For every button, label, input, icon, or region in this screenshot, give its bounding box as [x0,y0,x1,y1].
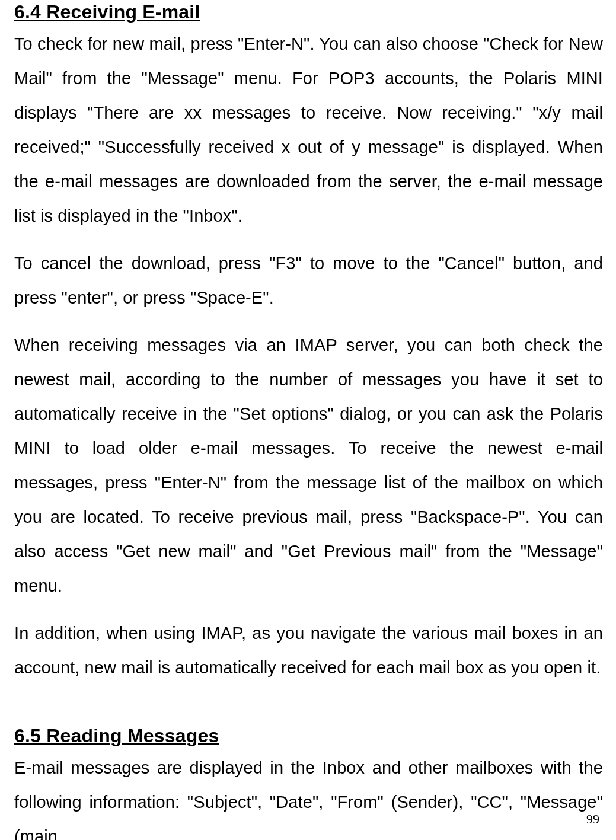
paragraph-receiving-1: To check for new mail, press "Enter-N". … [14,27,603,233]
paragraph-receiving-4: In addition, when using IMAP, as you nav… [14,616,603,685]
section-heading-receiving-email: 6.4 Receiving E-mail [14,0,603,27]
paragraph-receiving-2: To cancel the download, press "F3" to mo… [14,246,603,315]
document-page: 6.4 Receiving E-mail To check for new ma… [0,0,616,840]
paragraph-reading-1: E-mail messages are displayed in the Inb… [14,750,603,840]
page-number: 99 [586,812,599,827]
section-spacer [14,698,603,724]
paragraph-receiving-3: When receiving messages via an IMAP serv… [14,328,603,603]
section-heading-reading-messages: 6.5 Reading Messages [14,724,603,750]
